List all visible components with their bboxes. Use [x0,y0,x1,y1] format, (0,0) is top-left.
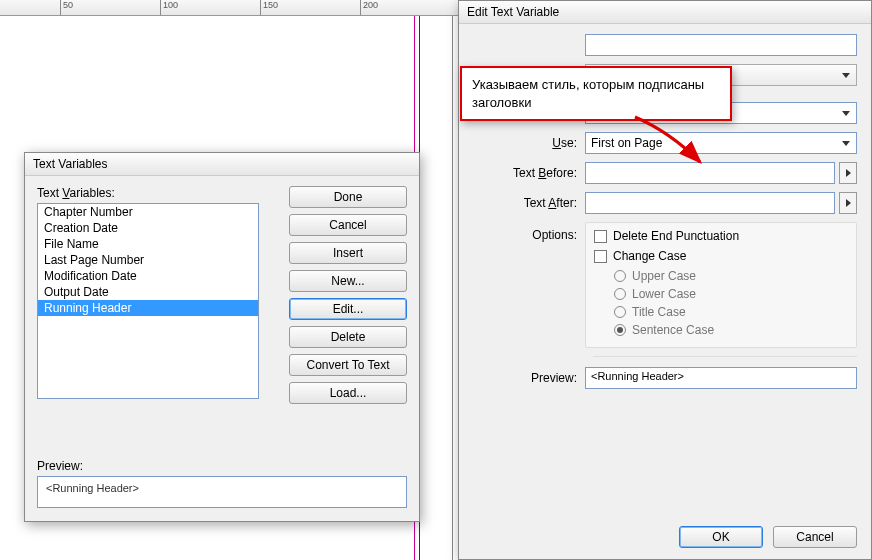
list-item[interactable]: Last Page Number [38,252,258,268]
preview-label: Preview: [37,459,407,473]
upper-case-radio[interactable] [614,270,626,282]
list-item[interactable]: Running Header [38,300,258,316]
cancel-button[interactable]: Cancel [289,214,407,236]
text-variables-dialog: Text Variables Text Variables: Chapter N… [24,152,420,522]
after-flyout-button[interactable] [839,192,857,214]
name-field[interactable] [585,34,857,56]
load-button[interactable]: Load... [289,382,407,404]
done-button[interactable]: Done [289,186,407,208]
preview-output: <Running Header> [585,367,857,389]
change-case-checkbox[interactable] [594,250,607,263]
delete-punctuation-label: Delete End Punctuation [613,229,739,243]
list-item[interactable]: Output Date [38,284,258,300]
list-item[interactable]: Modification Date [38,268,258,284]
after-input[interactable] [585,192,835,214]
list-item[interactable]: Creation Date [38,220,258,236]
use-label: Use: [473,136,585,150]
ruler-tick: 150 [260,0,278,15]
page-edge [452,16,453,560]
title-case-radio[interactable] [614,306,626,318]
new-button[interactable]: New... [289,270,407,292]
edit-button[interactable]: Edit... [289,298,407,320]
delete-punctuation-checkbox[interactable] [594,230,607,243]
preview-label: Preview: [473,371,585,385]
lower-case-radio[interactable] [614,288,626,300]
insert-button[interactable]: Insert [289,242,407,264]
separator [593,356,857,357]
after-label: Text After: [473,196,585,210]
convert-button[interactable]: Convert To Text [289,354,407,376]
dialog-title[interactable]: Edit Text Variable [459,1,871,24]
variables-list[interactable]: Chapter Number Creation Date File Name L… [37,203,259,399]
preview-box: <Running Header> [37,476,407,508]
list-item[interactable]: File Name [38,236,258,252]
options-label: Options: [473,222,585,242]
before-flyout-button[interactable] [839,162,857,184]
annotation-callout: Указываем стиль, которым подписаны загол… [460,66,732,121]
ok-button[interactable]: OK [679,526,763,548]
list-item[interactable]: Chapter Number [38,204,258,220]
cancel-button[interactable]: Cancel [773,526,857,548]
ruler-tick: 50 [60,0,73,15]
ruler-tick: 100 [160,0,178,15]
before-label: Text Before: [473,166,585,180]
dialog-title[interactable]: Text Variables [25,153,419,176]
change-case-label: Change Case [613,249,686,263]
sentence-case-radio[interactable] [614,324,626,336]
ruler-tick: 200 [360,0,378,15]
delete-button[interactable]: Delete [289,326,407,348]
use-dropdown[interactable]: First on Page [585,132,857,154]
before-input[interactable] [585,162,835,184]
